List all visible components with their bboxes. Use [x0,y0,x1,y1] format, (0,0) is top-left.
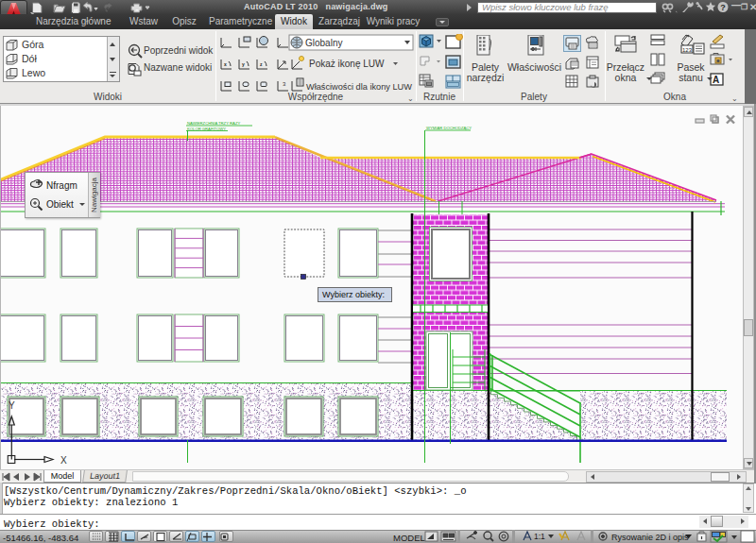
svg-text:x: x [224,61,227,67]
svg-text:z: z [260,61,263,67]
svg-text:NAWIERZCHNIA TRZY RAZY: NAWIERZCHNIA TRZY RAZY [187,121,240,126]
svg-text:1:1: 1:1 [534,532,545,541]
svg-text:Właściwości dla ikony LUW: Właściwości dla ikony LUW [306,82,412,92]
svg-text:y: y [242,61,245,67]
svg-text:3: 3 [283,81,286,87]
svg-text:?: ? [720,3,726,12]
svg-text:WYMIAR DOCHODZĄCY: WYMIAR DOCHODZĄCY [426,126,472,130]
svg-text:KOLOR GRAFITOWY: KOLOR GRAFITOWY [187,127,226,131]
svg-text:123: 123 [682,47,693,53]
svg-text:Dół: Dół [22,53,37,64]
svg-text:Globalny: Globalny [305,38,342,48]
svg-text:Góra: Góra [22,39,44,50]
svg-text:Rysowanie 2D i opis: Rysowanie 2D i opis [611,533,689,542]
svg-text:Pokaż ikonę LUW: Pokaż ikonę LUW [309,59,385,69]
svg-text:A: A [713,75,719,85]
svg-text:Y: Y [9,400,15,411]
svg-text:X: X [60,455,67,466]
svg-text:Lewo: Lewo [22,67,45,78]
